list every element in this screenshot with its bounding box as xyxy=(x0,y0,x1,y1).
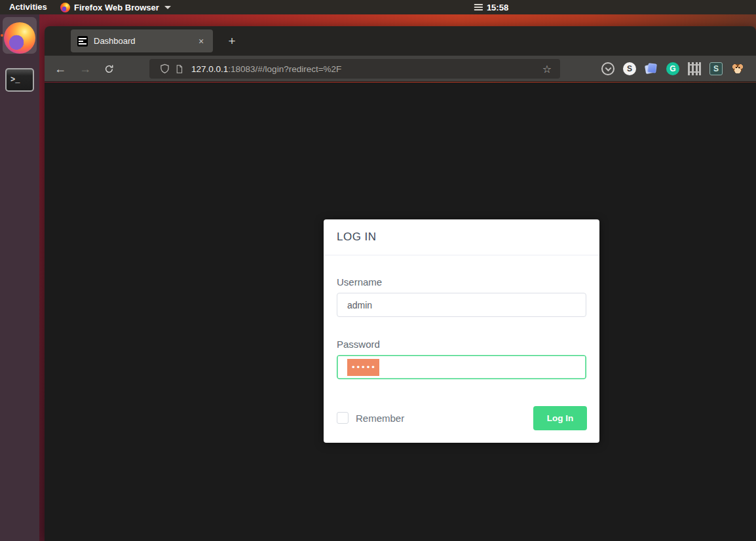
extension-buttons: S G S xyxy=(601,60,744,77)
remember-row: Remember xyxy=(337,412,404,424)
url-bar[interactable]: 127.0.0.1:18083/#/login?redirect=%2F ☆ xyxy=(149,59,560,79)
navigation-toolbar: ← → 127.0.0.1:18083/#/login?redirect=%2F xyxy=(45,56,756,82)
page-content: LOG IN Username admin Password ••••• Rem… xyxy=(45,83,756,541)
dock: >_ xyxy=(0,14,39,541)
notes-extension-icon[interactable] xyxy=(645,62,658,75)
firefox-icon xyxy=(60,3,70,12)
username-label: Username xyxy=(337,276,382,288)
terminal-icon: >_ xyxy=(5,68,34,92)
url-host: 127.0.0.1 xyxy=(191,64,228,74)
pocket-icon[interactable] xyxy=(601,62,614,75)
firefox-window: Dashboard × + ← → xyxy=(45,26,756,541)
chevron-down-icon xyxy=(164,6,171,9)
grammarly-icon[interactable]: G xyxy=(666,62,679,75)
password-selected-text: ••••• xyxy=(347,359,379,376)
activities-button[interactable]: Activities xyxy=(5,0,51,14)
remember-checkbox[interactable] xyxy=(337,412,349,424)
app-menu[interactable]: Firefox Web Browser xyxy=(60,0,171,14)
login-button[interactable]: Log In xyxy=(533,406,587,430)
singlefile-extension-icon[interactable]: S xyxy=(709,62,723,75)
username-value: admin xyxy=(347,300,372,310)
dock-item-terminal[interactable]: >_ xyxy=(0,63,39,97)
s-badge-extension-icon[interactable]: S xyxy=(623,62,636,75)
tab-dashboard[interactable]: Dashboard × xyxy=(71,29,213,52)
fence-extension-icon[interactable] xyxy=(688,62,701,75)
password-label: Password xyxy=(337,339,380,350)
reload-button[interactable] xyxy=(100,60,118,78)
tracking-shield-icon[interactable] xyxy=(157,62,172,76)
tab-close-button[interactable]: × xyxy=(195,35,208,48)
ubuntu-top-bar: Activities Firefox Web Browser 15:58 xyxy=(0,0,756,14)
forward-button[interactable]: → xyxy=(76,60,94,78)
dashboard-favicon-icon xyxy=(77,36,88,47)
remember-label: Remember xyxy=(356,413,404,424)
login-title: LOG IN xyxy=(337,231,377,244)
page-info-icon[interactable] xyxy=(172,62,186,76)
url-text[interactable]: 127.0.0.1:18083/#/login?redirect=%2F xyxy=(191,64,539,74)
tab-bar: Dashboard × + xyxy=(45,26,756,56)
url-path: :18083/#/login?redirect=%2F xyxy=(228,64,341,74)
running-indicator-dot xyxy=(1,34,3,37)
active-app-highlight xyxy=(3,17,37,54)
username-field[interactable]: admin xyxy=(337,293,586,317)
new-tab-button[interactable]: + xyxy=(223,32,241,50)
weekday-icon xyxy=(474,4,483,10)
clock[interactable]: 15:58 xyxy=(474,0,508,14)
bookmark-star-icon[interactable]: ☆ xyxy=(539,61,555,77)
back-button[interactable]: ← xyxy=(51,60,69,78)
tampermonkey-icon[interactable] xyxy=(731,62,744,75)
clock-time: 15:58 xyxy=(487,3,508,12)
dock-item-firefox[interactable] xyxy=(0,17,39,59)
login-card: LOG IN Username admin Password ••••• Rem… xyxy=(324,219,599,443)
app-menu-label: Firefox Web Browser xyxy=(74,3,159,12)
card-header: LOG IN xyxy=(324,219,599,255)
reload-icon xyxy=(104,64,114,74)
password-field[interactable]: ••••• xyxy=(337,355,586,379)
tab-title: Dashboard xyxy=(94,36,195,46)
